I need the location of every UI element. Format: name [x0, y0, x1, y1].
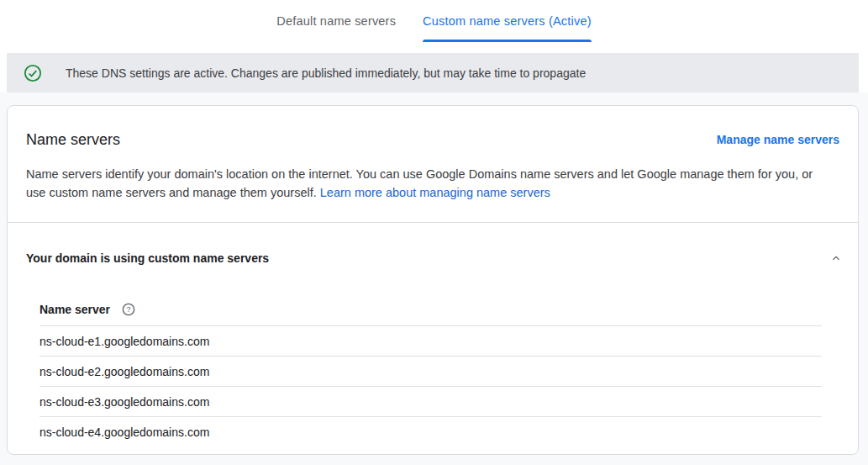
banner-message: These DNS settings are active. Changes a… [66, 66, 586, 80]
tab-default-name-servers[interactable]: Default name servers [276, 13, 396, 42]
table-header-row: Name server ? [39, 293, 822, 326]
active-tab-underline [423, 40, 592, 42]
card-description: Name servers identify your domain's loca… [8, 165, 858, 202]
tab-label: Default name servers [276, 14, 396, 28]
nameserver-table: Name server ? ns-cloud-e1.googledomains.… [39, 293, 822, 447]
nameserver-value: ns-cloud-e3.googledomains.com [39, 395, 209, 409]
learn-more-link[interactable]: Learn more about managing name servers [320, 186, 550, 199]
section-header: Your domain is using custom name servers [8, 223, 858, 268]
manage-name-servers-link[interactable]: Manage name servers [717, 129, 839, 151]
content-area: Name servers Manage name servers Name se… [0, 92, 868, 465]
collapse-section-button[interactable] [826, 248, 846, 268]
table-row: ns-cloud-e1.googledomains.com [39, 326, 822, 357]
section-title: Your domain is using custom name servers [26, 250, 269, 267]
tab-bar: Default name servers Custom name servers… [0, 0, 868, 53]
table-header-label: Name server [39, 303, 110, 316]
nameserver-value: ns-cloud-e4.googledomains.com [39, 425, 209, 439]
status-banner: These DNS settings are active. Changes a… [7, 53, 859, 92]
check-circle-icon [24, 64, 42, 82]
tab-label: Custom name servers (Active) [423, 14, 592, 28]
svg-text:?: ? [127, 305, 131, 314]
help-icon: ? [122, 303, 135, 316]
help-button[interactable]: ? [122, 303, 135, 316]
nameserver-value: ns-cloud-e2.googledomains.com [39, 365, 209, 378]
name-servers-card: Name servers Manage name servers Name se… [7, 105, 859, 455]
table-row: ns-cloud-e2.googledomains.com [39, 357, 822, 387]
card-header: Name servers Manage name servers [8, 106, 858, 151]
table-row: ns-cloud-e4.googledomains.com [39, 417, 822, 447]
chevron-up-icon [830, 252, 842, 264]
nameserver-value: ns-cloud-e1.googledomains.com [39, 335, 209, 348]
card-title: Name servers [26, 129, 120, 151]
tab-custom-name-servers[interactable]: Custom name servers (Active) [423, 13, 592, 42]
table-row: ns-cloud-e3.googledomains.com [39, 387, 822, 417]
